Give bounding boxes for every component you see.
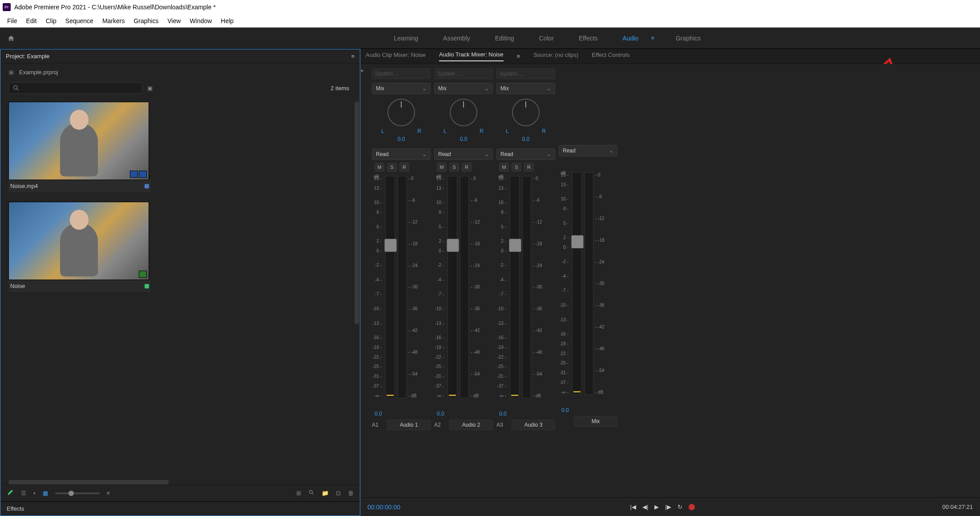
- pan-value[interactable]: 0.0: [434, 136, 493, 142]
- solo-button[interactable]: S: [512, 163, 521, 172]
- fader-handle[interactable]: [447, 239, 459, 252]
- record-button[interactable]: [689, 504, 695, 510]
- sort-icon[interactable]: ≡: [107, 490, 110, 496]
- workspace-editing[interactable]: Editing: [483, 35, 527, 42]
- gain-value[interactable]: 0.0: [561, 407, 617, 413]
- step-forward-button[interactable]: |▶: [665, 504, 671, 510]
- timecode-out[interactable]: 00:04:27:21: [942, 504, 973, 510]
- volume-fader[interactable]: [510, 176, 520, 398]
- find-icon[interactable]: [308, 489, 315, 497]
- menu-edit[interactable]: Edit: [22, 16, 41, 26]
- menu-sequence[interactable]: Sequence: [61, 16, 98, 26]
- fader-handle[interactable]: [509, 239, 521, 252]
- track-name-input[interactable]: Audio 3: [512, 420, 555, 430]
- menu-bar: File Edit Clip Sequence Markers Graphics…: [0, 14, 980, 28]
- clip-thumbnail[interactable]: [8, 202, 149, 280]
- clip-name[interactable]: Noise.mp4: [10, 183, 38, 189]
- fader-handle[interactable]: [571, 235, 584, 248]
- automate-icon[interactable]: ⊞: [296, 490, 301, 496]
- workspace-color[interactable]: Color: [527, 35, 566, 42]
- menu-window[interactable]: Window: [186, 16, 217, 26]
- mute-button[interactable]: M: [375, 163, 384, 172]
- mute-button[interactable]: M: [499, 163, 509, 172]
- clip-item[interactable]: Noise.mp4: [8, 102, 151, 192]
- gain-value[interactable]: 0.0: [375, 411, 431, 417]
- pan-left-label: L: [444, 128, 447, 134]
- mute-button[interactable]: M: [437, 163, 447, 172]
- project-file-name[interactable]: Example.prproj: [19, 69, 58, 76]
- tab-effect-controls[interactable]: Effect Controls: [592, 52, 629, 61]
- panel-menu-icon[interactable]: ≡: [351, 53, 355, 60]
- pan-value[interactable]: 0.0: [496, 136, 555, 142]
- volume-fader[interactable]: [385, 176, 395, 398]
- workspace-assembly[interactable]: Assembly: [431, 35, 483, 42]
- goto-in-button[interactable]: |◀: [630, 504, 636, 510]
- automation-mode-select[interactable]: Read: [372, 148, 431, 160]
- new-bin-button-icon[interactable]: 📁: [322, 490, 329, 496]
- menu-help[interactable]: Help: [216, 16, 238, 26]
- automation-mode-select[interactable]: Read: [496, 148, 555, 160]
- icon-view-icon[interactable]: ▪: [33, 490, 36, 496]
- track-name-input[interactable]: Mix: [574, 416, 617, 427]
- pan-value[interactable]: 0.0: [372, 136, 431, 142]
- track-output-select[interactable]: Mix: [496, 83, 555, 94]
- play-button[interactable]: ▶: [654, 504, 659, 510]
- track-output-select[interactable]: Mix: [372, 83, 431, 94]
- trash-icon[interactable]: 🗑: [348, 490, 354, 496]
- tab-source[interactable]: Source: (no clips): [533, 52, 578, 61]
- freeform-view-icon[interactable]: ▦: [43, 490, 48, 496]
- workspace-effects[interactable]: Effects: [566, 35, 610, 42]
- expand-effects-icon[interactable]: ▸: [361, 68, 364, 73]
- scrollbar-thumb[interactable]: [355, 102, 359, 324]
- new-item-icon[interactable]: ⊡: [336, 490, 341, 496]
- track-input-select[interactable]: System ...: [496, 68, 555, 79]
- timecode-in[interactable]: 00:00:00:00: [367, 504, 400, 511]
- record-button[interactable]: R: [524, 163, 534, 172]
- clip-thumbnail[interactable]: [8, 102, 149, 180]
- solo-button[interactable]: S: [449, 163, 459, 172]
- effects-panel-header[interactable]: Effects: [0, 501, 360, 516]
- tab-audio-track-mixer[interactable]: Audio Track Mixer: Noise: [439, 51, 504, 61]
- workspace-menu-icon[interactable]: ≡: [651, 35, 663, 41]
- panel-menu-icon[interactable]: ≡: [517, 53, 520, 60]
- track-name-input[interactable]: Audio 1: [387, 420, 431, 430]
- workspace-graphics[interactable]: Graphics: [663, 35, 713, 42]
- horizontal-scrollbar[interactable]: [8, 480, 169, 484]
- home-button[interactable]: [0, 35, 22, 42]
- volume-fader[interactable]: [572, 172, 582, 395]
- pan-knob[interactable]: [387, 99, 415, 126]
- track-input-select[interactable]: System ...: [434, 68, 493, 79]
- automation-mode-select[interactable]: Read: [559, 145, 617, 156]
- track-name-input[interactable]: Audio 2: [449, 420, 493, 430]
- zoom-slider[interactable]: [55, 492, 100, 494]
- volume-fader[interactable]: [448, 176, 457, 398]
- pan-knob[interactable]: [512, 99, 540, 126]
- track-output-select[interactable]: Mix: [434, 83, 493, 94]
- clip-item[interactable]: Noise: [8, 202, 151, 292]
- menu-clip[interactable]: Clip: [41, 16, 61, 26]
- fader-handle[interactable]: [384, 239, 397, 252]
- project-search-input[interactable]: [8, 82, 142, 94]
- gain-value[interactable]: 0.0: [499, 411, 555, 417]
- gain-value[interactable]: 0.0: [437, 411, 493, 417]
- record-button[interactable]: R: [462, 163, 472, 172]
- list-view-icon[interactable]: ☰: [21, 490, 26, 496]
- clip-name[interactable]: Noise: [10, 283, 25, 289]
- solo-button[interactable]: S: [387, 163, 397, 172]
- write-mode-icon[interactable]: [7, 489, 14, 497]
- menu-markers[interactable]: Markers: [98, 16, 129, 26]
- record-button[interactable]: R: [399, 163, 409, 172]
- workspace-learning[interactable]: Learning: [382, 35, 431, 42]
- track-input-select[interactable]: System ...: [372, 68, 431, 79]
- new-bin-icon[interactable]: ▣: [147, 85, 153, 92]
- workspace-audio[interactable]: Audio: [610, 35, 651, 42]
- menu-graphics[interactable]: Graphics: [129, 16, 163, 26]
- pan-knob[interactable]: [450, 99, 477, 126]
- menu-file[interactable]: File: [3, 16, 22, 26]
- automation-mode-select[interactable]: Read: [434, 148, 493, 160]
- transport-bar: 00:00:00:00 |◀ ◀| ▶ |▶ ↻ 00:04:27:21: [360, 497, 980, 516]
- loop-button[interactable]: ↻: [678, 504, 682, 510]
- step-back-button[interactable]: ◀|: [642, 504, 648, 510]
- menu-view[interactable]: View: [163, 16, 185, 26]
- tab-audio-clip-mixer[interactable]: Audio Clip Mixer: Noise: [366, 52, 426, 61]
